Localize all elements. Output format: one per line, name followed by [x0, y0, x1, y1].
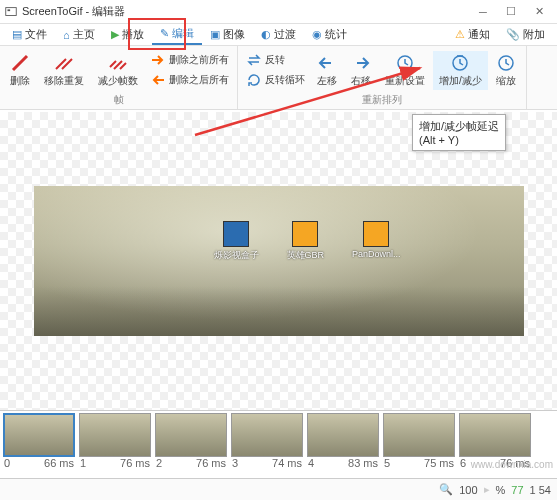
- inc-dec-button[interactable]: 增加/减少: [433, 51, 488, 90]
- delete-after-button[interactable]: 删除之后所有: [146, 71, 233, 89]
- home-icon: ⌂: [63, 29, 70, 41]
- close-button[interactable]: ✕: [525, 2, 553, 22]
- file-icon: ▤: [12, 28, 22, 41]
- menu-notify[interactable]: ⚠通知: [447, 25, 498, 44]
- desktop-icon-3: PanDownl...: [352, 221, 401, 262]
- attach-icon: 📎: [506, 28, 520, 41]
- titlebar: ScreenToGif - 编辑器 ─ ☐ ✕: [0, 0, 557, 24]
- desktop-icon-1: 烁影视盒子: [214, 221, 259, 262]
- annotation-highlight: [128, 18, 186, 50]
- remove-dup-button[interactable]: 移除重复: [38, 51, 90, 90]
- total-count: 1 54: [530, 484, 551, 496]
- ribbon-group-arrange: 反转 反转循环 左移 右移 重新设置 增加/减少 缩放 重新排列: [238, 46, 527, 109]
- delete-button[interactable]: 删除: [4, 51, 36, 90]
- canvas-area[interactable]: 烁影视盒子 英雄GBR PanDownl...: [0, 112, 557, 410]
- menu-transition[interactable]: ◐过渡: [253, 25, 304, 44]
- window-title: ScreenToGif - 编辑器: [22, 4, 469, 19]
- clock-incdec-icon: [450, 53, 470, 73]
- ribbon-group-frames: 删除 移除重复 减少帧数 删除之前所有 删除之后所有 帧: [0, 46, 238, 109]
- reduce-icon: [108, 53, 128, 73]
- flip-icon: [246, 52, 262, 68]
- reduce-frames-button[interactable]: 减少帧数: [92, 51, 144, 90]
- menu-attach[interactable]: 📎附加: [498, 25, 553, 44]
- tooltip-shortcut: (Alt + Y): [419, 134, 499, 146]
- play-icon: ▶: [111, 28, 119, 41]
- delete-icon: [10, 53, 30, 73]
- flip-loop-button[interactable]: 反转循环: [242, 71, 309, 89]
- svg-rect-1: [8, 9, 11, 11]
- group-label-frames: 帧: [4, 92, 233, 107]
- menubar: ▤文件 ⌂主页 ▶播放 ✎编辑 ▣图像 ◐过渡 ◉统计 ⚠通知 📎附加: [0, 24, 557, 46]
- delete-before-button[interactable]: 删除之前所有: [146, 51, 233, 69]
- move-left-button[interactable]: 左移: [311, 51, 343, 90]
- left-icon: [317, 53, 337, 73]
- timeline-thumb[interactable]: 374 ms: [230, 413, 304, 474]
- zoom-pct: %: [496, 484, 506, 496]
- minimize-button[interactable]: ─: [469, 2, 497, 22]
- tooltip: 增加/减少帧延迟 (Alt + Y): [412, 114, 506, 151]
- image-icon: ▣: [210, 28, 220, 41]
- menu-home[interactable]: ⌂主页: [55, 25, 103, 44]
- timeline-thumb[interactable]: 483 ms: [306, 413, 380, 474]
- timeline-thumb[interactable]: 575 ms: [382, 413, 456, 474]
- notify-icon: ⚠: [455, 28, 465, 41]
- remove-dup-icon: [54, 53, 74, 73]
- right-icon: [351, 53, 371, 73]
- ribbon: 删除 移除重复 减少帧数 删除之前所有 删除之后所有 帧 反转 反转循环 左移 …: [0, 46, 557, 110]
- stats-icon: ◉: [312, 28, 322, 41]
- timeline-thumb[interactable]: 276 ms: [154, 413, 228, 474]
- maximize-button[interactable]: ☐: [497, 2, 525, 22]
- move-right-button[interactable]: 右移: [345, 51, 377, 90]
- desktop-icon-2: 英雄GBR: [287, 221, 325, 262]
- timeline-thumb[interactable]: 176 ms: [78, 413, 152, 474]
- menu-file[interactable]: ▤文件: [4, 25, 55, 44]
- del-after-icon: [150, 72, 166, 88]
- transition-icon: ◐: [261, 28, 271, 41]
- group-label-arrange: 重新排列: [242, 92, 522, 107]
- watermark: www.downxia.com: [471, 459, 553, 470]
- zoom-value: 100: [459, 484, 477, 496]
- frame-preview: 烁影视盒子 英雄GBR PanDownl...: [34, 186, 524, 336]
- flip-loop-icon: [246, 72, 262, 88]
- clock-scale-icon: [496, 53, 516, 73]
- scale-button[interactable]: 缩放: [490, 51, 522, 90]
- menu-image[interactable]: ▣图像: [202, 25, 253, 44]
- clock-reset-icon: [395, 53, 415, 73]
- zoom-icon[interactable]: 🔍: [439, 483, 453, 496]
- reset-button[interactable]: 重新设置: [379, 51, 431, 90]
- app-icon: [4, 5, 18, 19]
- del-before-icon: [150, 52, 166, 68]
- flip-button[interactable]: 反转: [242, 51, 309, 69]
- selected-count: 77: [511, 484, 523, 496]
- menu-stats[interactable]: ◉统计: [304, 25, 355, 44]
- statusbar: 🔍 100 ▸ % 77 1 54: [0, 478, 557, 500]
- tooltip-title: 增加/减少帧延迟: [419, 119, 499, 134]
- svg-rect-0: [6, 7, 17, 15]
- timeline-thumb[interactable]: 066 ms: [2, 413, 76, 474]
